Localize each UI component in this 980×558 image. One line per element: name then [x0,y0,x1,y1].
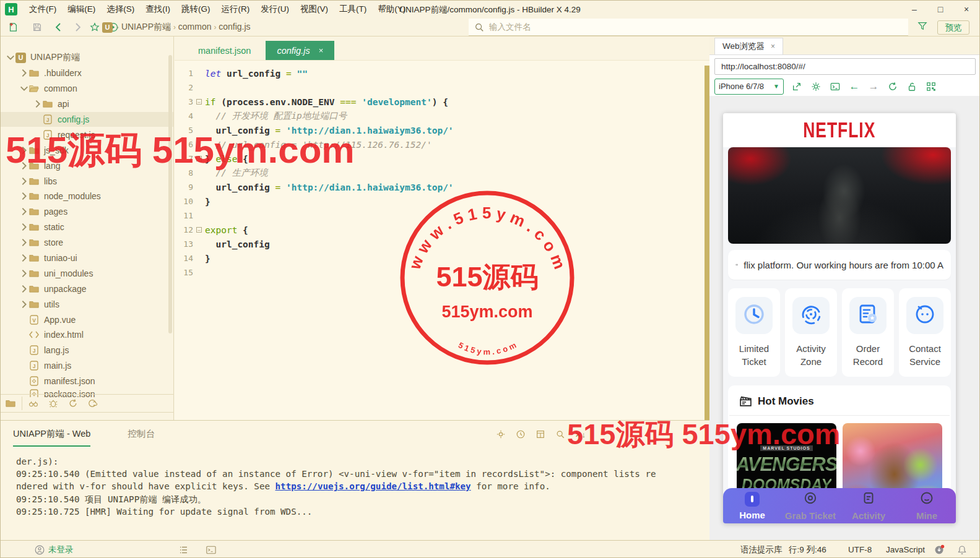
tree-item-lang[interactable]: lang [1,158,173,173]
filter-funnel-icon[interactable] [917,21,927,31]
bell-icon[interactable] [957,541,967,558]
hero-banner[interactable] [728,147,951,244]
tree-item-lang.js[interactable]: J lang.js [1,343,173,358]
tree-item-common[interactable]: common [1,81,173,97]
code-area[interactable]: 1 let url_config = "" 2 3 – if (process.… [175,61,703,420]
login-status[interactable]: 未登录 [48,544,74,556]
back-arrow-icon[interactable]: ← [848,80,861,93]
back-icon[interactable] [51,20,66,35]
console-clear-icon[interactable]: ✕↓ [575,430,586,439]
nav-home[interactable]: Home [723,488,781,523]
card-activity-zone[interactable]: ActivityZone [785,288,837,377]
tree-item-node_modules[interactable]: node_modules [1,189,173,204]
log-link[interactable]: https://vuejs.org/guide/list.html#key [275,481,471,491]
terminal-icon[interactable] [206,541,216,558]
tree-item-request.js[interactable]: J request.js [1,127,173,142]
console-history-icon[interactable] [516,429,526,439]
browser-tab-close-icon[interactable]: × [771,42,775,51]
console-search-icon[interactable] [555,429,565,439]
fold-marker-icon[interactable]: – [193,156,205,161]
breadcrumb[interactable]: U › UNIAPP前端 › common › config.js [102,20,251,35]
menu-发行(U)[interactable]: 发行(U) [255,1,295,18]
breadcrumb-item[interactable]: UNIAPP前端 [121,22,171,32]
refresh-project-icon[interactable] [63,398,83,408]
menu-工具(T)[interactable]: 工具(T) [334,1,372,18]
save-icon[interactable] [30,20,45,35]
open-external-icon[interactable] [791,80,803,93]
language-mode[interactable]: JavaScript [886,541,925,558]
console-package-icon[interactable] [536,429,545,439]
browser-tab[interactable]: Web浏览器 × [714,38,783,54]
cursor-position[interactable]: 行:9 列:46 [789,541,826,558]
nav-grab ticket[interactable]: Grab Ticket [781,488,839,523]
menu-查找(I)[interactable]: 查找(I) [140,1,176,18]
outline-list-icon[interactable] [179,541,189,558]
tree-item-UNIAPP前端[interactable]: U UNIAPP前端 [1,50,173,66]
tree-item-App.vue[interactable]: V App.vue [1,312,173,327]
editor-tab-manifest.json[interactable]: manifest.json [187,41,262,60]
sidebar-scrollbar[interactable] [168,55,172,333]
close-tab-icon[interactable]: × [319,46,324,55]
update-icon[interactable] [934,541,945,558]
explorer-folder-icon[interactable] [1,398,20,408]
forward-arrow-icon[interactable]: → [867,80,880,93]
search-binoculars-icon[interactable] [24,398,43,408]
fold-marker-icon[interactable]: – [193,99,205,105]
console-settings-icon[interactable] [496,429,506,439]
tree-item-index.html[interactable]: index.html [1,327,173,343]
tree-item-uni_modules[interactable]: uni_modules [1,265,173,281]
breadcrumb-item[interactable]: common [178,22,212,32]
card-contact-service[interactable]: ContactService [899,288,951,377]
tree-item-manifest.json[interactable]: manifest.json [1,374,173,389]
fold-marker-icon[interactable]: – [193,227,205,233]
editor-scrollbar[interactable] [705,66,709,420]
tree-item-pages[interactable]: pages [1,204,173,220]
url-input[interactable] [714,58,976,75]
console-output[interactable]: der.js):09:25:10.540 (Emitted value inst… [16,455,703,518]
minimize-button[interactable]: – [901,1,927,18]
notice-bar[interactable]: flix platform. Our working hours are fro… [728,250,951,280]
unlock-icon[interactable] [906,80,918,93]
console-tab-控制台[interactable]: 控制台 [128,428,155,447]
nav-activity[interactable]: Activity [839,488,898,523]
tree-item-config.js[interactable]: J config.js [1,112,173,127]
tree-item-main.js[interactable]: J main.js [1,358,173,374]
preview-button[interactable]: 预览 [937,20,969,35]
file-search-input[interactable] [489,22,908,32]
qrcode-icon[interactable] [925,80,937,93]
settings-gear-icon[interactable] [810,80,822,93]
forward-icon[interactable] [70,20,85,35]
device-select[interactable]: iPhone 6/7/8▼ [714,79,784,95]
close-button[interactable]: × [953,1,979,18]
debug-bug-icon[interactable] [43,398,63,408]
encoding-indicator[interactable]: UTF-8 [848,541,872,558]
tree-item-unpackage[interactable]: unpackage [1,281,173,296]
tree-item-api[interactable]: api [1,97,173,112]
menu-运行(R)[interactable]: 运行(R) [216,1,256,18]
tree-item-utils[interactable]: utils [1,296,173,312]
card-limited-ticket[interactable]: LimitedTicket [728,288,780,377]
menu-视图(V)[interactable]: 视图(V) [295,1,334,18]
tree-item-js_sdk[interactable]: js_sdk [1,142,173,158]
tree-item-.hbuilderx[interactable]: .hbuilderx [1,66,173,81]
sync-cloud-icon[interactable] [83,398,103,408]
tree-item-static[interactable]: static [1,220,173,235]
find-in-files-icon[interactable] [472,20,487,35]
tree-item-store[interactable]: store [1,235,173,251]
card-order-record[interactable]: OrderRecord [842,288,894,377]
console-tab-UNIAPP前端 - Web[interactable]: UNIAPP前端 - Web [13,428,90,447]
tree-item-libs[interactable]: libs [1,173,173,189]
menu-跳转(G)[interactable]: 跳转(G) [176,1,216,18]
maximize-button[interactable]: □ [927,1,953,18]
menu-编辑(E)[interactable]: 编辑(E) [62,1,101,18]
refresh-icon[interactable] [887,80,899,93]
new-file-icon[interactable] [6,20,20,35]
breadcrumb-item[interactable]: config.js [219,22,250,32]
console-icon[interactable] [829,80,841,93]
syntax-hint-lib[interactable]: 语法提示库 [740,541,783,558]
tree-item-tuniao-ui[interactable]: tuniao-ui [1,251,173,266]
menu-文件(F)[interactable]: 文件(F) [24,1,62,18]
bookmark-star-icon[interactable] [87,20,102,35]
editor-tab-config.js[interactable]: config.js × [266,41,334,60]
nav-mine[interactable]: Mine [898,488,956,523]
